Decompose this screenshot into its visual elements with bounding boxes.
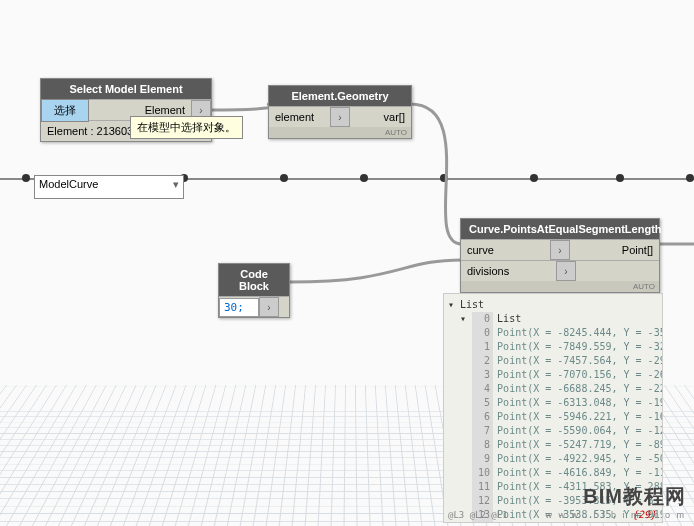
output-port[interactable]: Element	[89, 104, 191, 116]
list-item: 6Point(X = -5946.221, Y = -1610.	[448, 410, 658, 424]
list-item: 5Point(X = -6313.048, Y = -1952.	[448, 396, 658, 410]
watermark: BIM教程网 w w w . l f b i m . c o m	[545, 483, 686, 520]
chevron-right-icon[interactable]: ›	[259, 297, 279, 317]
type-dropdown[interactable]: ModelCurve	[34, 175, 184, 199]
list-item: 0Point(X = -8245.444, Y = -3551.	[448, 326, 658, 340]
list-item: 1Point(X = -7849.559, Y = -3243.	[448, 340, 658, 354]
chevron-right-icon[interactable]: ›	[550, 240, 570, 260]
chevron-right-icon[interactable]: ›	[556, 261, 576, 281]
node-title: Curve.PointsAtEqualSegmentLength	[461, 219, 659, 239]
level-tabs[interactable]: @L3 @L2 @L1	[448, 510, 508, 520]
auto-label: AUTO	[269, 127, 411, 138]
node-element-geometry[interactable]: Element.Geometry element › var[] AUTO	[268, 85, 412, 139]
list-item: 9Point(X = -4922.945, Y = -507.6	[448, 452, 658, 466]
node-code-block[interactable]: Code Block ›	[218, 263, 290, 318]
list-item: 3Point(X = -7070.156, Y = -2611.	[448, 368, 658, 382]
input-port[interactable]: element	[269, 111, 330, 123]
tooltip: 在模型中选择对象。	[130, 116, 243, 139]
code-input[interactable]	[219, 298, 259, 317]
list-item: 7Point(X = -5590.064, Y = -1256.	[448, 424, 658, 438]
chevron-right-icon[interactable]: ›	[330, 107, 350, 127]
output-port[interactable]: var[]	[350, 111, 411, 123]
list-item: 8Point(X = -5247.719, Y = -890.1	[448, 438, 658, 452]
input-divisions[interactable]: divisions	[461, 265, 556, 277]
node-curve-points[interactable]: Curve.PointsAtEqualSegmentLength curve ›…	[460, 218, 660, 293]
input-curve[interactable]: curve	[461, 244, 550, 256]
node-title: Element.Geometry	[269, 86, 411, 106]
node-title: Select Model Element	[41, 79, 211, 99]
list-item: 10Point(X = -4616.849, Y = -110.	[448, 466, 658, 480]
list-item: 2Point(X = -7457.564, Y = -2930.	[448, 354, 658, 368]
auto-label: AUTO	[461, 281, 659, 292]
node-title: Code Block	[219, 264, 289, 296]
list-item: 4Point(X = -6688.245, Y = -2285.	[448, 382, 658, 396]
select-button[interactable]: 选择	[41, 99, 89, 122]
output-port[interactable]: Point[]	[570, 244, 659, 256]
list-item: 14Point(X = -3103.142, Y = 1169.	[448, 522, 658, 523]
